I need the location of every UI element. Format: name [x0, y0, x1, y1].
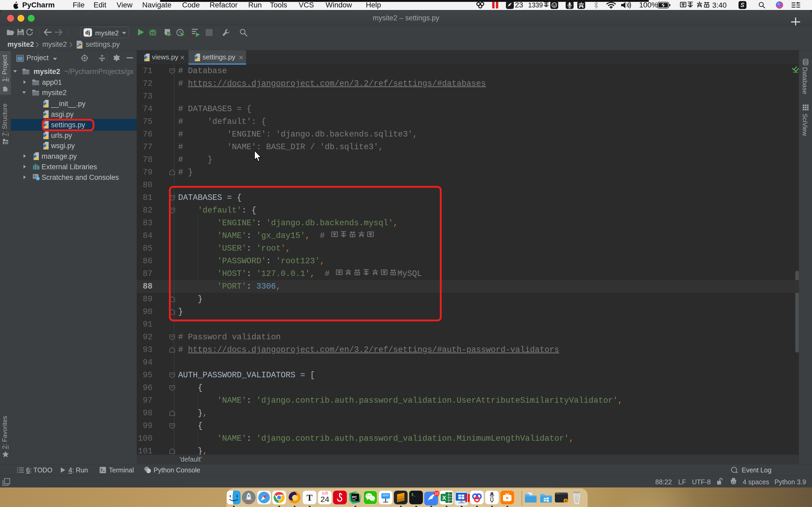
- svg-text:23: 23: [435, 492, 439, 496]
- svg-text:T: T: [307, 493, 313, 503]
- svg-text:S: S: [565, 499, 567, 503]
- svg-text:X: X: [442, 495, 446, 501]
- svg-text:24: 24: [320, 495, 329, 504]
- svg-text:11月: 11月: [322, 492, 328, 495]
- svg-text:PC: PC: [352, 495, 357, 499]
- svg-text:$_: $_: [411, 493, 416, 497]
